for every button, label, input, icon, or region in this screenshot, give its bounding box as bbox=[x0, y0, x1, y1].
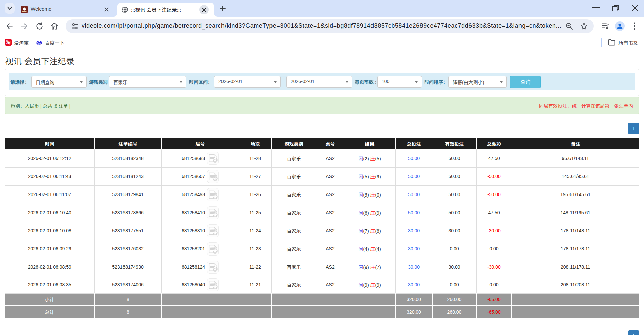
svg-text:du: du bbox=[38, 42, 41, 45]
svg-text:淘: 淘 bbox=[6, 39, 11, 45]
